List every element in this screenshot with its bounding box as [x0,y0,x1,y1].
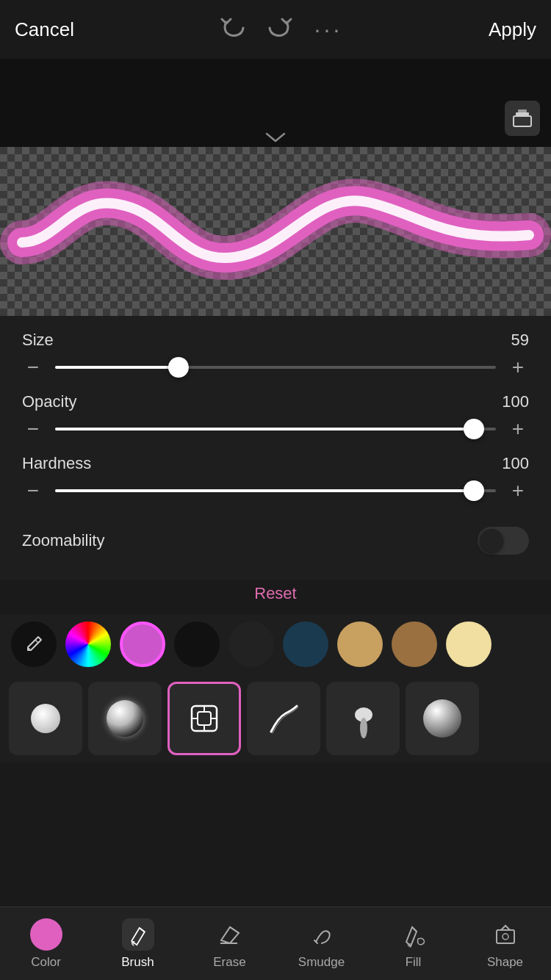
color-icon [30,918,62,951]
tool-color[interactable]: Color [0,918,92,970]
tan-swatch[interactable] [337,621,383,667]
hardness-slider-track[interactable] [55,489,496,492]
tool-erase[interactable]: Erase [184,918,276,970]
zoomability-toggle[interactable] [478,527,529,555]
erase-icon [214,918,246,951]
undo-icon[interactable] [220,16,245,43]
drawing-canvas[interactable] [0,147,551,316]
svg-rect-14 [497,930,514,943]
fill-label: Fill [406,955,422,970]
color-swatches [0,614,551,674]
brush-icon [122,918,154,951]
opacity-slider-row: − + [22,417,529,441]
calligraphy-brush[interactable] [247,682,320,755]
opacity-slider-fill [55,428,474,430]
shape-label: Shape [487,955,523,970]
hardness-label: Hardness [22,454,91,473]
opacity-increase-button[interactable]: + [507,417,529,441]
opacity-label: Opacity [22,392,77,411]
tool-brush[interactable] [168,682,241,755]
opacity-slider-track[interactable] [55,428,496,430]
erase-label: Erase [213,955,245,970]
tool-shape[interactable]: Shape [459,918,551,970]
header: Cancel ··· Apply [0,0,551,59]
zoomability-control: Zoomability [22,516,529,566]
size-slider-fill [55,366,179,369]
tool-fill[interactable]: Fill [367,918,459,970]
opacity-header: Opacity 100 [22,392,529,411]
canvas-top-area [0,59,551,147]
navy-swatch[interactable] [283,621,328,667]
fill-icon [397,918,430,951]
smudge-icon [306,918,338,951]
redo-icon[interactable] [267,16,292,43]
svg-rect-1 [516,112,529,115]
black2-swatch[interactable] [228,621,274,667]
hardness-slider-thumb[interactable] [464,480,484,501]
chevron-down-icon[interactable] [0,131,551,147]
size-slider-track[interactable] [55,366,496,369]
brush-presets [0,674,551,763]
smudge-label: Smudge [298,955,345,970]
header-icons: ··· [220,16,343,43]
opacity-slider-thumb[interactable] [464,419,484,439]
blob-brush[interactable] [326,682,400,755]
svg-point-12 [360,718,367,738]
hardness-header: Hardness 100 [22,454,529,473]
tool-brush[interactable]: Brush [92,918,184,970]
size-increase-button[interactable]: + [507,356,529,379]
opacity-value: 100 [502,392,529,411]
opacity-decrease-button[interactable]: − [22,417,44,441]
svg-rect-0 [514,116,531,126]
wave-drawing [0,147,551,316]
pink-selected-swatch[interactable] [120,621,165,667]
color-dot [30,918,62,951]
black1-swatch[interactable] [174,621,220,667]
brush-label: Brush [121,955,154,970]
opacity-control: Opacity 100 − + [22,392,529,441]
hardness-increase-button[interactable]: + [507,479,529,502]
eyedropper-swatch[interactable] [11,621,57,667]
reset-button[interactable]: Reset [0,580,551,614]
svg-rect-2 [518,109,527,112]
hardness-control: Hardness 100 − + [22,454,529,502]
metallic-brush[interactable] [406,682,479,755]
apply-button[interactable]: Apply [489,18,536,41]
svg-point-15 [503,934,508,940]
svg-point-3 [27,648,30,651]
toggle-knob [480,529,503,552]
tool-smudge[interactable]: Smudge [276,918,367,970]
color-label: Color [31,955,61,970]
hardness-slider-fill [55,489,474,492]
zoomability-label: Zoomability [22,531,104,550]
hardness-slider-row: − + [22,479,529,502]
size-decrease-button[interactable]: − [22,356,44,379]
cream-swatch[interactable] [446,621,491,667]
brown-swatch[interactable] [392,621,437,667]
size-label: Size [22,331,54,350]
size-slider-row: − + [22,356,529,379]
hardness-value: 100 [502,454,529,473]
hardness-decrease-button[interactable]: − [22,479,44,502]
size-slider-thumb[interactable] [168,357,189,378]
controls-panel: Size 59 − + Opacity 100 − + [0,316,551,580]
hard-round-brush[interactable] [9,682,82,755]
layer-button[interactable] [505,101,540,136]
shape-icon [489,918,522,951]
svg-rect-6 [198,712,211,725]
cancel-button[interactable]: Cancel [15,18,74,41]
size-value: 59 [511,331,529,350]
more-icon[interactable]: ··· [314,16,343,43]
bottom-toolbar: Color Brush Erase [0,907,551,980]
size-header: Size 59 [22,331,529,350]
rainbow-swatch[interactable] [65,621,111,667]
size-control: Size 59 − + [22,331,529,379]
svg-line-4 [35,640,38,643]
soft-round-brush[interactable] [88,682,162,755]
